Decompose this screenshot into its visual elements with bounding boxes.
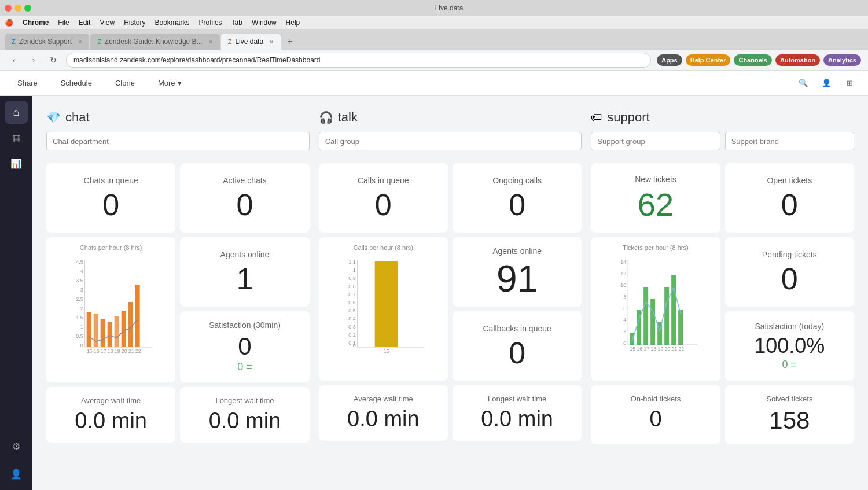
talk-avg-wait-label: Average wait time <box>354 395 413 403</box>
menu-tab[interactable]: Tab <box>231 19 242 27</box>
chat-agents-online-card: Agents online 1 <box>180 237 309 307</box>
tab-close-icon[interactable]: ✕ <box>208 39 213 45</box>
support-brand-filter[interactable] <box>725 132 854 150</box>
bar-8 <box>135 285 140 347</box>
schedule-button[interactable]: Schedule <box>53 75 100 92</box>
close-button[interactable] <box>5 5 12 12</box>
tab-live-data[interactable]: Z Live data ✕ <box>221 34 281 50</box>
menu-view[interactable]: View <box>100 19 115 27</box>
apps-pill[interactable]: Apps <box>657 54 682 66</box>
new-tickets-label: New tickets <box>635 175 676 184</box>
support-icon: 🏷 <box>591 111 602 124</box>
support-group-filter[interactable] <box>591 132 720 150</box>
tab-close-icon[interactable]: ✕ <box>269 39 274 45</box>
x-label: 16 <box>637 346 642 352</box>
clone-button[interactable]: Clone <box>107 75 143 92</box>
y-label: 10 <box>620 282 626 288</box>
x-label: 22 <box>135 348 141 354</box>
calls-in-queue-card: Calls in queue 0 <box>319 163 448 233</box>
bar-6 <box>122 311 126 347</box>
support-satisfaction-label: Satisfaction (today) <box>755 322 824 331</box>
menu-edit[interactable]: Edit <box>79 19 91 27</box>
active-chats-label: Active chats <box>223 176 266 185</box>
chat-avg-wait-card: Average wait time 0.0 min <box>46 387 175 443</box>
menu-bookmarks[interactable]: Bookmarks <box>155 19 190 27</box>
sidebar-item-user[interactable]: 👤 <box>5 462 28 485</box>
support-chart-svg: 14 12 10 8 6 4 2 0 <box>598 256 713 354</box>
analytics-pill[interactable]: Analytics <box>823 54 861 66</box>
menu-history[interactable]: History <box>124 19 145 27</box>
chat-longest-wait-card: Longest wait time 0.0 min <box>180 387 309 443</box>
bar-4 <box>108 322 112 347</box>
menu-profiles[interactable]: Profiles <box>199 19 222 27</box>
user-button[interactable]: 👤 <box>817 74 836 93</box>
open-tickets-card: Open tickets 0 <box>725 163 854 233</box>
minimize-button[interactable] <box>14 5 21 12</box>
browser-window: Live data 🍎 Chrome File Edit View Histor… <box>0 0 868 490</box>
x-label: 21 <box>128 348 134 354</box>
sidebar-item-charts[interactable]: 📊 <box>5 152 28 175</box>
chat-agents-online-label: Agents online <box>220 250 270 259</box>
dashboard-icon: ▦ <box>12 132 21 143</box>
ongoing-calls-card: Ongoing calls 0 <box>453 163 582 233</box>
fullscreen-button[interactable] <box>24 5 31 12</box>
channels-pill[interactable]: Channels <box>734 54 772 66</box>
solved-tickets-card: Solved tickets 158 <box>725 385 854 444</box>
tab-label: Zendesk Guide: Knowledge B... <box>105 38 203 46</box>
grid-button[interactable]: ⊞ <box>840 74 859 93</box>
tab-label-active: Live data <box>235 38 263 46</box>
tab-zendesk-support[interactable]: Z Zendesk Support ✕ <box>5 34 89 50</box>
new-tickets-card: New tickets 62 <box>591 163 720 233</box>
back-button[interactable]: ‹ <box>7 53 21 67</box>
tab-zendesk-guide[interactable]: Z Zendesk Guide: Knowledge B... ✕ <box>90 34 220 50</box>
menu-window[interactable]: Window <box>252 19 277 27</box>
menu-file[interactable]: File <box>58 19 69 27</box>
url-bar[interactable]: madisonisland.zendesk.com/explore/dashbo… <box>66 53 651 68</box>
chevron-down-icon: ▾ <box>178 79 182 87</box>
chat-department-filter[interactable] <box>46 132 310 150</box>
new-tab-button[interactable]: + <box>282 34 298 50</box>
call-group-filter[interactable] <box>319 132 582 150</box>
more-button[interactable]: More ▾ <box>150 75 190 92</box>
chat-satisfaction-label: Satisfaction (30min) <box>209 320 281 330</box>
support-row2: Tickets per hour (8 hrs) 14 12 10 8 6 4 … <box>591 237 854 381</box>
share-button[interactable]: Share <box>9 75 46 92</box>
y-label: 0.7 <box>348 292 356 297</box>
bar-1 <box>87 312 91 347</box>
bar-3 <box>101 319 105 347</box>
refresh-button[interactable]: ↻ <box>46 53 60 67</box>
talk-longest-wait-label: Longest wait time <box>488 395 546 403</box>
chart-icon: 📊 <box>10 158 22 169</box>
support-satisfaction-card: Satisfaction (today) 100.0% 0 = <box>725 311 854 381</box>
menu-chrome[interactable]: Chrome <box>23 19 49 27</box>
bar <box>643 287 648 345</box>
chat-icon: 💎 <box>46 110 61 124</box>
support-title: support <box>607 110 649 125</box>
chat-chart-svg: 4.5 4 3.5 3 2.5 2 1.5 1 0.5 0 <box>53 256 168 354</box>
y-label: 1 <box>80 324 83 330</box>
calls-in-queue-value: 0 <box>375 190 392 220</box>
help-center-pill[interactable]: Help Center <box>686 54 731 66</box>
settings-icon: ⚙ <box>12 441 20 452</box>
menu-help[interactable]: Help <box>286 19 300 27</box>
search-button[interactable]: 🔍 <box>794 74 812 93</box>
stats-grid: Chats in queue 0 Active chats 0 Chats pe… <box>42 163 859 448</box>
menu-apple[interactable]: 🍎 <box>5 19 13 27</box>
sidebar-item-dashboard[interactable]: ▦ <box>5 126 28 149</box>
x-label: 15 <box>630 346 635 352</box>
automation-pill[interactable]: Automation <box>775 54 820 66</box>
talk-icon: 🎧 <box>319 110 333 124</box>
tab-close-icon[interactable]: ✕ <box>78 39 82 45</box>
forward-button[interactable]: › <box>27 53 41 67</box>
x-label: 15 <box>87 348 93 354</box>
sidebar-item-home[interactable]: ⌂ <box>5 101 28 124</box>
active-chats-card: Active chats 0 <box>180 163 309 233</box>
sidebar: ⌂ ▦ 📊 ⚙ 👤 <box>0 96 32 490</box>
talk-agents-online-label: Agents online <box>492 246 542 256</box>
talk-row1: Calls in queue 0 Ongoing calls 0 <box>319 163 582 233</box>
x-label: 21 <box>671 346 677 352</box>
bar-5 <box>115 316 119 347</box>
sidebar-item-settings[interactable]: ⚙ <box>5 434 28 458</box>
chat-avg-wait-value: 0.0 min <box>75 408 147 433</box>
y-label: 4 <box>80 268 83 274</box>
